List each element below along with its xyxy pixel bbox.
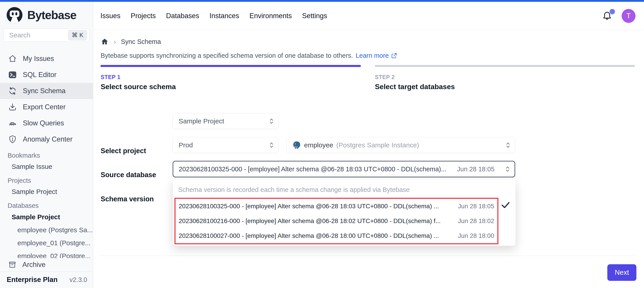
sidebar-item-sql-editor[interactable]: SQL Editor xyxy=(0,67,93,83)
description-text: Bytebase supports synchronizing a specif… xyxy=(100,52,353,59)
search-input[interactable] xyxy=(9,31,60,39)
bookmark-item-sample-issue[interactable]: Sample Issue xyxy=(0,160,93,173)
main-area: Issues Projects Databases Instances Envi… xyxy=(93,2,644,288)
learn-more-label: Learn more xyxy=(356,52,389,59)
search-shortcut-badge: ⌘ K xyxy=(68,30,87,41)
project-select-value: Sample Project xyxy=(179,117,224,125)
sidebar-item-label: SQL Editor xyxy=(23,71,56,79)
option-text: 20230628100325-000 - [employee] Alter sc… xyxy=(179,203,439,210)
nav-item-projects[interactable]: Projects xyxy=(131,12,156,20)
progress-step2-segment xyxy=(375,65,635,67)
next-button[interactable]: Next xyxy=(607,264,636,281)
schema-version-option-1[interactable]: 20230628100325-000 - [employee] Alter sc… xyxy=(176,199,497,214)
nav-item-issues[interactable]: Issues xyxy=(100,12,120,20)
section-title-projects: Projects xyxy=(0,176,93,185)
dropdown-note: Schema version is recorded each time a s… xyxy=(173,179,516,194)
nav-item-databases[interactable]: Databases xyxy=(166,12,199,20)
search-box[interactable]: ⌘ K xyxy=(4,29,90,42)
bottom-divider xyxy=(100,255,635,256)
sync-icon xyxy=(8,86,17,95)
breadcrumb-home-button[interactable] xyxy=(100,38,109,46)
database-item-employee[interactable]: employee (Postgres Sa... xyxy=(0,223,93,236)
terminal-icon xyxy=(8,70,17,79)
top-navigation: Issues Projects Databases Instances Envi… xyxy=(93,2,644,30)
download-icon xyxy=(8,103,17,111)
schema-version-time: Jun 28 18:05 xyxy=(452,166,499,173)
chevron-up-down-icon xyxy=(505,165,510,173)
nav-item-settings[interactable]: Settings xyxy=(302,12,327,20)
step1-title: Select source schema xyxy=(100,83,361,91)
schema-version-option-3[interactable]: 20230628100027-000 - [employee] Alter sc… xyxy=(176,228,497,243)
environment-select[interactable]: Prod xyxy=(173,137,278,153)
breadcrumb-chevron-icon: › xyxy=(114,38,116,46)
database-item-employee-01[interactable]: employee_01 (Postgre... xyxy=(0,236,93,249)
project-select[interactable]: Sample Project xyxy=(173,113,278,129)
nav-links: Issues Projects Databases Instances Envi… xyxy=(100,12,327,20)
database-select-instance: (Postgres Sample Instance) xyxy=(336,141,419,149)
step2-block: STEP 2 Select target databases xyxy=(375,74,635,91)
select-project-label: Select project xyxy=(100,147,146,155)
step1-block: STEP 1 Select source schema xyxy=(100,74,361,91)
step2-label: STEP 2 xyxy=(375,74,635,80)
environment-select-value: Prod xyxy=(179,141,193,149)
plan-name: Enterprise Plan xyxy=(7,276,58,284)
learn-more-link[interactable]: Learn more xyxy=(356,52,397,59)
turtle-icon xyxy=(8,119,17,128)
sidebar-item-label: Anomaly Center xyxy=(23,135,72,143)
sidebar-item-archive[interactable]: Archive xyxy=(0,258,93,271)
brand-logo[interactable]: Bytebase xyxy=(0,2,93,24)
avatar[interactable]: T xyxy=(622,9,636,23)
project-item-sample-project[interactable]: Sample Project xyxy=(0,185,93,198)
option-time: Jun 28 18:05 xyxy=(452,203,494,210)
archive-icon xyxy=(8,260,16,269)
nav-item-environments[interactable]: Environments xyxy=(250,12,292,20)
schema-version-value: 20230628100325-000 - [employee] Alter sc… xyxy=(179,166,446,173)
app-shell: Bytebase ⌘ K My Issues SQL Editor xyxy=(0,2,644,288)
sidebar-item-my-issues[interactable]: My Issues xyxy=(0,51,93,67)
home-filled-icon xyxy=(100,38,109,46)
database-select-value: employee xyxy=(304,141,333,149)
sidebar-item-label: Export Center xyxy=(23,103,66,111)
option-text: 20230628100027-000 - [employee] Alter sc… xyxy=(179,232,439,239)
selected-check-icon xyxy=(501,200,510,209)
sidebar-item-label: My Issues xyxy=(23,55,54,63)
plan-row: Enterprise Plan v2.3.0 xyxy=(0,271,93,288)
sidebar-item-export-center[interactable]: Export Center xyxy=(0,99,93,115)
option-time: Jun 28 18:00 xyxy=(452,232,494,239)
steps-row: STEP 1 Select source schema STEP 2 Selec… xyxy=(100,74,635,91)
chevron-up-down-icon xyxy=(268,141,274,149)
bytebase-logo-icon xyxy=(6,7,23,23)
section-title-databases: Databases xyxy=(0,201,93,211)
notifications-button[interactable] xyxy=(602,11,612,21)
topnav-right: T xyxy=(602,9,636,23)
page-description: Bytebase supports synchronizing a specif… xyxy=(100,52,397,59)
sidebar-item-sync-schema[interactable]: Sync Schema xyxy=(0,83,93,99)
plan-version: v2.3.0 xyxy=(70,276,87,283)
external-link-icon xyxy=(391,52,397,59)
database-select[interactable]: employee (Postgres Sample Instance) xyxy=(286,137,515,153)
sidebar-bottom: Archive Enterprise Plan v2.3.0 xyxy=(0,258,93,288)
top-accent-strip xyxy=(0,0,644,2)
avatar-letter: T xyxy=(626,12,631,20)
archive-label: Archive xyxy=(22,261,46,269)
chevron-up-down-icon xyxy=(505,141,511,149)
database-project-sample-project[interactable]: Sample Project xyxy=(0,211,93,223)
section-title-bookmarks: Bookmarks xyxy=(0,151,93,160)
sidebar-item-slow-queries[interactable]: Slow Queries xyxy=(0,115,93,131)
breadcrumb: › Sync Schema xyxy=(100,38,161,46)
sidebar-item-label: Slow Queries xyxy=(23,119,64,127)
progress-step1-segment xyxy=(100,65,361,67)
postgres-icon xyxy=(292,141,301,149)
sync-schema-page: › Sync Schema Bytebase supports synchron… xyxy=(93,30,644,288)
brand-name: Bytebase xyxy=(27,8,76,22)
schema-version-option-2[interactable]: 20230628100216-000 - [employee] Alter sc… xyxy=(176,214,497,228)
sidebar-item-anomaly-center[interactable]: Anomaly Center xyxy=(0,131,93,147)
nav-item-instances[interactable]: Instances xyxy=(210,12,239,20)
schema-version-dropdown: Schema version is recorded each time a s… xyxy=(173,179,516,246)
shield-exclamation-icon xyxy=(8,135,17,144)
option-time: Jun 28 18:02 xyxy=(452,217,494,225)
source-database-label: Source database xyxy=(100,171,156,179)
schema-version-select[interactable]: 20230628100325-000 - [employee] Alter sc… xyxy=(173,161,515,177)
step-progress-bar xyxy=(100,65,635,67)
sidebar: Bytebase ⌘ K My Issues SQL Editor xyxy=(0,2,93,288)
